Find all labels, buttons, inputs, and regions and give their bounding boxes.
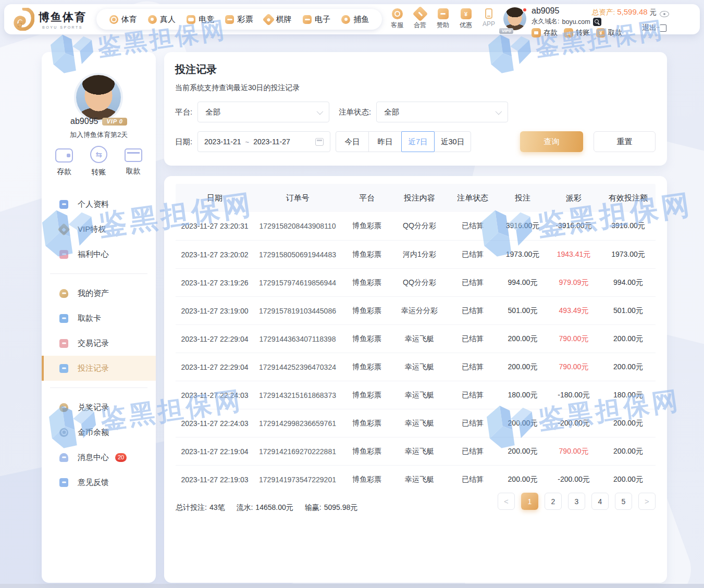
app-icon — [485, 8, 492, 19]
wallet-actions: 存款⇄转账¥取款 — [532, 28, 622, 37]
search-button[interactable]: 查询 — [520, 131, 583, 152]
nav-item-sports[interactable]: 体育 — [109, 15, 137, 24]
message-icon — [59, 453, 68, 462]
withdraw-icon: ¥ — [596, 28, 606, 37]
table-row: 2023-11-27 23:20:021729158050691944483博鱼… — [176, 240, 656, 268]
bottom-strip — [0, 584, 704, 588]
sidebar-item-withdraw-card[interactable]: 取款卡 — [42, 306, 156, 331]
range-button-today[interactable]: 今日 — [336, 131, 369, 152]
page-button-4[interactable]: 4 — [591, 493, 609, 510]
domain-label: 永久域名: — [532, 17, 559, 26]
user-avatar[interactable]: VIP0 — [503, 7, 527, 31]
column-header: 平台 — [341, 193, 392, 203]
page-button-3[interactable]: 3 — [568, 493, 585, 510]
status-select[interactable]: 全部 — [376, 102, 508, 122]
reset-button[interactable]: 重置 — [594, 131, 656, 152]
range-button-yesterday[interactable]: 昨日 — [368, 131, 402, 152]
sidebar-item-profile[interactable]: 个人资料 — [42, 192, 156, 217]
cell-payout: 1943.41元 — [547, 250, 601, 259]
range-button-last-30-days[interactable]: 近30日 — [434, 131, 471, 152]
summary-turnover-label: 流水: — [236, 503, 253, 512]
platform-select[interactable]: 全部 — [197, 102, 329, 122]
brand-title: 博鱼体育 — [39, 10, 87, 24]
date-range-input[interactable]: 2023-11-21 ~ 2023-11-27 — [197, 131, 330, 152]
page-button-1[interactable]: 1 — [521, 493, 538, 510]
sidebar-quick-bank-card[interactable]: 取款 — [118, 146, 149, 177]
table-row: 2023-11-27 22:29:041729144252396470324博鱼… — [176, 353, 656, 381]
cell-payout: 790.00元 — [547, 362, 601, 372]
table-summary: 总计投注: 43笔 流水: 14658.00元 输赢: 5095.98元 — [176, 503, 357, 512]
cell-status: 已结算 — [447, 391, 499, 400]
sidebar-item-assets[interactable]: 我的资产 — [42, 281, 156, 306]
sidebar-item-label: 我的资产 — [78, 289, 109, 298]
nav-item-live-casino[interactable]: 真人 — [148, 15, 176, 24]
sidebar-item-feedback[interactable]: 意见反馈 — [42, 470, 156, 495]
sidebar-item-message[interactable]: 消息中心20 — [42, 445, 156, 470]
header-quick-links: 客服合营赞助优惠APP — [386, 8, 500, 30]
brand-logo[interactable]: 博鱼体育 BOYU SPORTS — [14, 8, 87, 31]
nav-item-fishing[interactable]: 捕鱼 — [341, 15, 369, 24]
nav-item-lottery[interactable]: 彩票 — [225, 15, 253, 24]
cell-order: 1729142169270222881 — [254, 447, 341, 456]
header-action-withdraw[interactable]: ¥取款 — [596, 28, 622, 37]
date-label: 日期: — [175, 137, 192, 147]
sidebar-item-bet-records[interactable]: 投注记录 — [42, 356, 156, 381]
cell-payout: 790.00元 — [547, 334, 601, 344]
redeem-icon — [59, 403, 68, 412]
sidebar-quick-wallet[interactable]: 存款 — [48, 146, 80, 177]
header-action-deposit[interactable]: 存款 — [532, 28, 558, 37]
cell-status: 已结算 — [447, 362, 499, 372]
cell-payout: -3916.00元 — [547, 221, 601, 231]
cell-status: 已结算 — [447, 306, 499, 316]
sidebar-item-vip[interactable]: VIP特权 — [42, 217, 156, 242]
sidebar-item-coin-balance[interactable]: 金币余额 — [42, 420, 156, 445]
page-next-button[interactable]: > — [638, 493, 656, 510]
cell-status: 已结算 — [447, 419, 499, 428]
range-button-last-7-days[interactable]: 近7日 — [401, 131, 435, 152]
sidebar-quick-transfer-circle[interactable]: ⇆转账 — [83, 146, 114, 177]
cell-bet: 994.00元 — [499, 278, 547, 287]
quick-link-customer-service[interactable]: 客服 — [386, 8, 409, 30]
summary-winloss-label: 输赢: — [305, 503, 322, 512]
cell-order: 1729158050691944483 — [254, 251, 341, 259]
chevron-down-icon — [317, 108, 324, 115]
wallet-icon — [55, 148, 73, 162]
sidebar-item-welfare[interactable]: 福利中心 — [42, 242, 156, 267]
nav-item-slots[interactable]: 电子 — [303, 15, 330, 24]
nav-item-esports[interactable]: 电竞 — [187, 15, 214, 24]
sidebar-item-transactions[interactable]: 交易记录 — [42, 331, 156, 356]
quick-link-label: 客服 — [391, 21, 403, 30]
cell-order: 1729157974619856944 — [254, 279, 341, 287]
header-action-transfer[interactable]: ⇄转账 — [564, 28, 590, 37]
vip-level-badge: VIP0 — [499, 28, 513, 34]
cell-bet: 1973.00元 — [499, 250, 547, 259]
summary-total-label: 总计投注: — [176, 503, 207, 512]
cell-status: 已结算 — [447, 221, 499, 231]
nav-item-label: 体育 — [121, 15, 137, 24]
slots-icon — [303, 15, 312, 24]
quick-link-app[interactable]: APP — [477, 8, 500, 30]
cell-bet: 200.00元 — [499, 475, 547, 484]
search-icon[interactable] — [593, 18, 601, 26]
nav-item-chess[interactable]: 棋牌 — [264, 15, 292, 24]
chess-icon — [262, 13, 275, 26]
eye-icon[interactable] — [660, 11, 669, 17]
total-assets-unit: 元 — [650, 8, 657, 17]
profile-icon — [59, 200, 68, 209]
quick-link-promo[interactable]: 优惠 — [454, 8, 477, 30]
feedback-icon — [59, 478, 68, 487]
partner-icon — [412, 6, 428, 22]
page-button-5[interactable]: 5 — [615, 493, 632, 510]
quick-link-label: 合营 — [414, 21, 426, 30]
transactions-icon — [59, 339, 68, 348]
cell-content: QQ分分彩 — [392, 278, 447, 287]
page-button-2[interactable]: 2 — [545, 493, 562, 510]
logout-button[interactable]: 退出 — [642, 23, 666, 33]
cell-date: 2023-11-27 22:24:03 — [176, 391, 254, 399]
cell-status: 已结算 — [447, 334, 499, 344]
quick-link-sponsor[interactable]: 赞助 — [431, 8, 454, 30]
sidebar-item-redeem[interactable]: 兑奖记录 — [42, 395, 156, 420]
quick-link-partner[interactable]: 合营 — [409, 8, 431, 30]
page-prev-button[interactable]: < — [498, 493, 515, 510]
filter-card: 投注记录 当前系统支持查询最近30日的投注记录 平台: 全部 注单状态: 全部 … — [164, 52, 667, 166]
